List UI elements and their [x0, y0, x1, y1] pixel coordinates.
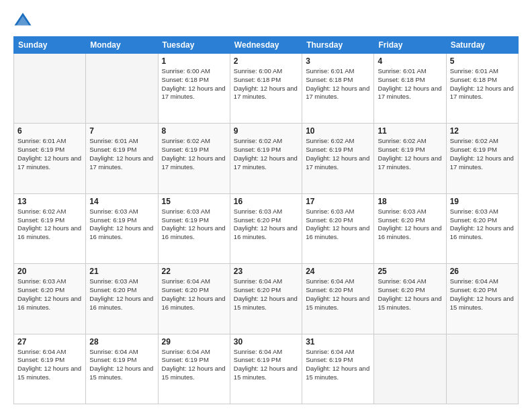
calendar-cell: 29Sunrise: 6:04 AMSunset: 6:19 PMDayligh…	[158, 334, 230, 404]
day-number: 27	[17, 337, 82, 347]
day-info: Sunrise: 6:04 AMSunset: 6:19 PMDaylight:…	[17, 348, 82, 382]
day-number: 3	[306, 56, 370, 66]
day-number: 26	[450, 267, 515, 276]
calendar-cell: 21Sunrise: 6:03 AMSunset: 6:20 PMDayligh…	[86, 264, 158, 334]
day-info: Sunrise: 6:03 AMSunset: 6:20 PMDaylight:…	[89, 277, 154, 312]
day-info: Sunrise: 6:02 AMSunset: 6:19 PMDaylight:…	[450, 137, 515, 171]
day-info: Sunrise: 6:01 AMSunset: 6:18 PMDaylight:…	[378, 67, 442, 101]
day-info: Sunrise: 6:03 AMSunset: 6:20 PMDaylight:…	[17, 277, 82, 312]
calendar-cell: 6Sunrise: 6:01 AMSunset: 6:19 PMDaylight…	[14, 124, 86, 193]
calendar-cell: 22Sunrise: 6:04 AMSunset: 6:20 PMDayligh…	[158, 264, 230, 334]
day-number: 14	[89, 197, 154, 206]
day-info: Sunrise: 6:04 AMSunset: 6:19 PMDaylight:…	[306, 348, 370, 382]
calendar-cell	[14, 54, 86, 124]
day-number: 20	[17, 267, 82, 276]
calendar-cell	[374, 334, 446, 404]
day-info: Sunrise: 6:02 AMSunset: 6:19 PMDaylight:…	[162, 137, 226, 171]
calendar-cell: 24Sunrise: 6:04 AMSunset: 6:20 PMDayligh…	[302, 264, 374, 334]
day-number: 13	[17, 197, 82, 206]
calendar-cell: 28Sunrise: 6:04 AMSunset: 6:19 PMDayligh…	[86, 334, 158, 404]
day-info: Sunrise: 6:04 AMSunset: 6:19 PMDaylight:…	[89, 348, 154, 382]
day-number: 30	[234, 337, 298, 347]
calendar-cell: 14Sunrise: 6:03 AMSunset: 6:19 PMDayligh…	[86, 193, 158, 263]
calendar-cell: 27Sunrise: 6:04 AMSunset: 6:19 PMDayligh…	[14, 334, 86, 404]
day-info: Sunrise: 6:01 AMSunset: 6:19 PMDaylight:…	[89, 137, 154, 171]
calendar-cell: 4Sunrise: 6:01 AMSunset: 6:18 PMDaylight…	[374, 54, 446, 124]
day-number: 16	[234, 197, 298, 206]
day-info: Sunrise: 6:04 AMSunset: 6:20 PMDaylight:…	[306, 277, 370, 312]
calendar-cell: 10Sunrise: 6:02 AMSunset: 6:19 PMDayligh…	[302, 124, 374, 193]
day-number: 28	[89, 337, 154, 347]
day-number: 15	[162, 197, 226, 206]
day-number: 1	[162, 56, 226, 66]
calendar-cell: 15Sunrise: 6:03 AMSunset: 6:19 PMDayligh…	[158, 193, 230, 263]
calendar-cell: 8Sunrise: 6:02 AMSunset: 6:19 PMDaylight…	[158, 124, 230, 193]
day-number: 12	[450, 126, 515, 136]
calendar-week-1: 1Sunrise: 6:00 AMSunset: 6:18 PMDaylight…	[14, 54, 519, 124]
calendar-cell: 11Sunrise: 6:02 AMSunset: 6:19 PMDayligh…	[374, 124, 446, 193]
calendar-cell: 20Sunrise: 6:03 AMSunset: 6:20 PMDayligh…	[14, 264, 86, 334]
calendar-cell: 1Sunrise: 6:00 AMSunset: 6:18 PMDaylight…	[158, 54, 230, 124]
calendar-cell: 2Sunrise: 6:00 AMSunset: 6:18 PMDaylight…	[230, 54, 302, 124]
day-number: 23	[234, 267, 298, 276]
day-info: Sunrise: 6:02 AMSunset: 6:19 PMDaylight:…	[234, 137, 298, 171]
day-info: Sunrise: 6:03 AMSunset: 6:20 PMDaylight:…	[234, 208, 298, 242]
day-header-sunday: Sunday	[14, 37, 86, 54]
day-info: Sunrise: 6:03 AMSunset: 6:19 PMDaylight:…	[89, 208, 154, 242]
day-number: 31	[306, 337, 370, 347]
header	[13, 11, 519, 30]
day-info: Sunrise: 6:02 AMSunset: 6:19 PMDaylight:…	[17, 208, 82, 242]
day-info: Sunrise: 6:04 AMSunset: 6:19 PMDaylight:…	[234, 348, 298, 382]
calendar-cell: 5Sunrise: 6:01 AMSunset: 6:18 PMDaylight…	[446, 54, 518, 124]
calendar-cell: 18Sunrise: 6:03 AMSunset: 6:20 PMDayligh…	[374, 193, 446, 263]
day-number: 6	[17, 126, 82, 136]
calendar-cell: 23Sunrise: 6:04 AMSunset: 6:20 PMDayligh…	[230, 264, 302, 334]
day-number: 19	[450, 197, 515, 206]
day-info: Sunrise: 6:03 AMSunset: 6:19 PMDaylight:…	[162, 208, 226, 242]
calendar-cell: 7Sunrise: 6:01 AMSunset: 6:19 PMDaylight…	[86, 124, 158, 193]
day-info: Sunrise: 6:04 AMSunset: 6:19 PMDaylight:…	[162, 348, 226, 382]
day-info: Sunrise: 6:00 AMSunset: 6:18 PMDaylight:…	[162, 67, 226, 101]
day-number: 5	[450, 56, 515, 66]
calendar: SundayMondayTuesdayWednesdayThursdayFrid…	[13, 36, 519, 404]
day-number: 2	[234, 56, 298, 66]
calendar-cell	[446, 334, 518, 404]
day-info: Sunrise: 6:04 AMSunset: 6:20 PMDaylight:…	[450, 277, 515, 312]
day-info: Sunrise: 6:03 AMSunset: 6:20 PMDaylight:…	[450, 208, 515, 242]
day-info: Sunrise: 6:01 AMSunset: 6:18 PMDaylight:…	[450, 67, 515, 101]
day-number: 7	[89, 126, 154, 136]
day-number: 11	[378, 126, 442, 136]
calendar-cell: 12Sunrise: 6:02 AMSunset: 6:19 PMDayligh…	[446, 124, 518, 193]
logo	[13, 11, 35, 30]
day-number: 4	[378, 56, 442, 66]
day-header-friday: Friday	[374, 37, 446, 54]
calendar-cell: 30Sunrise: 6:04 AMSunset: 6:19 PMDayligh…	[230, 334, 302, 404]
day-number: 22	[162, 267, 226, 276]
calendar-week-5: 27Sunrise: 6:04 AMSunset: 6:19 PMDayligh…	[14, 334, 519, 404]
calendar-cell: 31Sunrise: 6:04 AMSunset: 6:19 PMDayligh…	[302, 334, 374, 404]
day-number: 24	[306, 267, 370, 276]
day-number: 8	[162, 126, 226, 136]
day-number: 10	[306, 126, 370, 136]
calendar-cell: 19Sunrise: 6:03 AMSunset: 6:20 PMDayligh…	[446, 193, 518, 263]
day-info: Sunrise: 6:02 AMSunset: 6:19 PMDaylight:…	[306, 137, 370, 171]
calendar-cell: 16Sunrise: 6:03 AMSunset: 6:20 PMDayligh…	[230, 193, 302, 263]
day-number: 17	[306, 197, 370, 206]
day-info: Sunrise: 6:00 AMSunset: 6:18 PMDaylight:…	[234, 67, 298, 101]
logo-icon	[13, 11, 32, 30]
calendar-week-2: 6Sunrise: 6:01 AMSunset: 6:19 PMDaylight…	[14, 124, 519, 193]
day-info: Sunrise: 6:04 AMSunset: 6:20 PMDaylight:…	[234, 277, 298, 312]
day-info: Sunrise: 6:02 AMSunset: 6:19 PMDaylight:…	[378, 137, 442, 171]
day-info: Sunrise: 6:03 AMSunset: 6:20 PMDaylight:…	[378, 208, 442, 242]
day-header-saturday: Saturday	[446, 37, 518, 54]
day-number: 9	[234, 126, 298, 136]
day-number: 18	[378, 197, 442, 206]
day-number: 21	[89, 267, 154, 276]
day-info: Sunrise: 6:04 AMSunset: 6:20 PMDaylight:…	[378, 277, 442, 312]
day-info: Sunrise: 6:03 AMSunset: 6:20 PMDaylight:…	[306, 208, 370, 242]
calendar-cell	[86, 54, 158, 124]
day-header-monday: Monday	[86, 37, 158, 54]
day-header-thursday: Thursday	[302, 37, 374, 54]
calendar-cell: 3Sunrise: 6:01 AMSunset: 6:18 PMDaylight…	[302, 54, 374, 124]
day-header-tuesday: Tuesday	[158, 37, 230, 54]
